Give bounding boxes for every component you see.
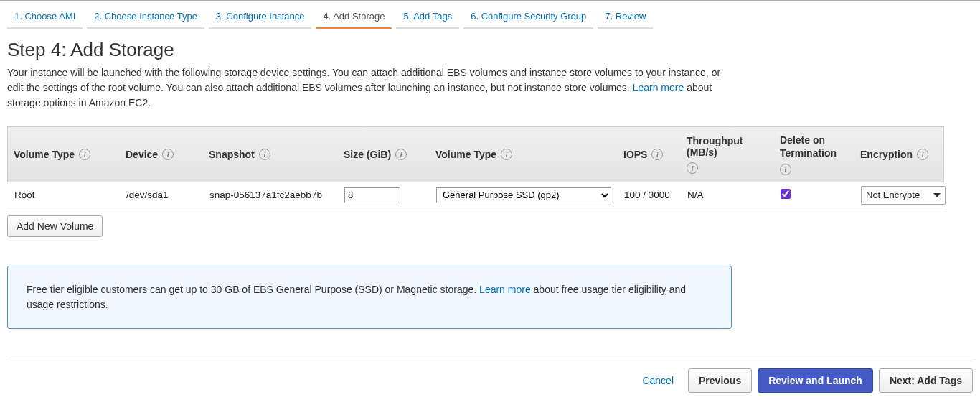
cancel-button[interactable]: Cancel: [633, 369, 682, 392]
info-icon[interactable]: i: [917, 149, 928, 160]
tab-add-tags[interactable]: 5. Add Tags: [396, 6, 459, 29]
delete-on-termination-checkbox[interactable]: [781, 189, 791, 199]
th-snapshot: Snapshot: [209, 149, 255, 160]
tab-security-group[interactable]: 6. Configure Security Group: [463, 6, 593, 29]
wizard-tabs: 1. Choose AMI 2. Choose Instance Type 3.…: [0, 1, 980, 29]
footer: Cancel Previous Review and Launch Next: …: [7, 358, 973, 393]
info-icon[interactable]: i: [687, 162, 698, 174]
th-volume-type: Volume Type: [14, 149, 75, 160]
table-header: Volume Typei Devicei Snapshoti Size (GiB…: [7, 126, 944, 182]
info-icon[interactable]: i: [79, 149, 90, 160]
learn-more-link[interactable]: Learn more: [633, 82, 684, 93]
encryption-select[interactable]: Not Encrypte: [861, 186, 946, 205]
info-icon[interactable]: i: [651, 149, 663, 160]
free-tier-info-box: Free tier eligible customers can get up …: [7, 266, 732, 329]
volume-type-select[interactable]: General Purpose SSD (gp2): [436, 187, 611, 203]
infobox-learn-more-link[interactable]: Learn more: [479, 284, 531, 295]
cell-device: /dev/sda1: [119, 190, 202, 200]
infobox-text-1: Free tier eligible customers can get up …: [27, 284, 479, 295]
table-row: Root /dev/sda1 snap-056137a1fc2aebb7b Ge…: [7, 182, 944, 208]
th-throughput: Throughput (MB/s): [687, 135, 768, 158]
cell-volume-type: Root: [7, 190, 119, 200]
info-icon[interactable]: i: [259, 149, 270, 160]
tab-choose-ami[interactable]: 1. Choose AMI: [7, 6, 83, 29]
size-input[interactable]: [344, 187, 400, 203]
info-icon[interactable]: i: [501, 149, 512, 160]
caret-down-icon: [933, 193, 941, 197]
previous-button[interactable]: Previous: [688, 368, 752, 393]
th-volume-type-2: Volume Type: [435, 149, 496, 160]
review-and-launch-button[interactable]: Review and Launch: [758, 368, 873, 393]
next-button[interactable]: Next: Add Tags: [879, 368, 973, 393]
tab-add-storage[interactable]: 4. Add Storage: [316, 6, 392, 29]
add-new-volume-button[interactable]: Add New Volume: [7, 215, 103, 237]
desc-text-1: Your instance will be launched with the …: [7, 67, 720, 93]
info-icon[interactable]: i: [780, 164, 791, 175]
page-title: Step 4: Add Storage: [7, 39, 973, 61]
cell-snapshot: snap-056137a1fc2aebb7b: [202, 190, 337, 200]
th-delete: Delete on Termination: [780, 134, 849, 159]
info-icon[interactable]: i: [395, 149, 407, 160]
th-device: Device: [126, 149, 158, 160]
tab-configure-instance[interactable]: 3. Configure Instance: [209, 6, 312, 29]
th-encryption: Encryption: [860, 149, 913, 160]
cell-throughput: N/A: [680, 190, 773, 200]
info-icon[interactable]: i: [162, 149, 174, 160]
tab-instance-type[interactable]: 2. Choose Instance Type: [87, 6, 204, 29]
cell-iops: 100 / 3000: [617, 190, 680, 200]
page-description: Your instance will be launched with the …: [7, 65, 732, 111]
tab-review[interactable]: 7. Review: [598, 6, 653, 29]
encryption-value: Not Encrypte: [866, 190, 920, 200]
th-iops: IOPS: [623, 149, 647, 160]
storage-table: Volume Typei Devicei Snapshoti Size (GiB…: [7, 126, 944, 208]
th-size: Size (GiB): [344, 149, 391, 160]
